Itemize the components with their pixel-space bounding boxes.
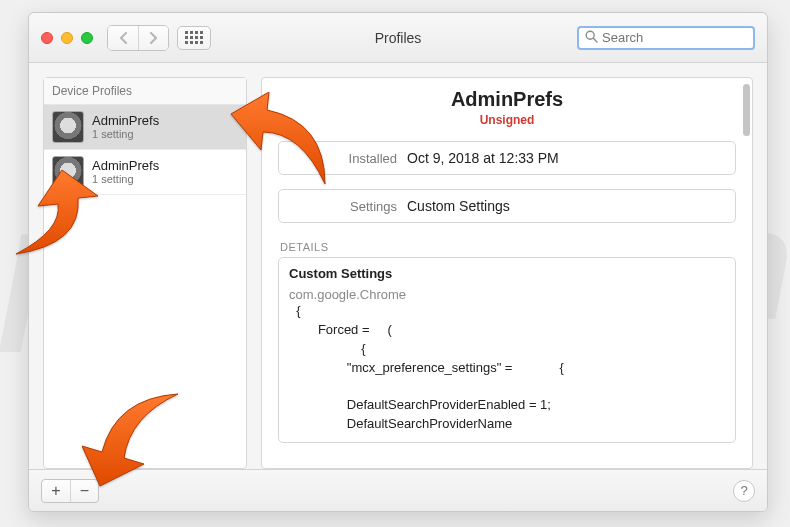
details-body: { Forced = ( { "mcx_preference_settings"… bbox=[289, 302, 725, 434]
profile-name: AdminPrefs bbox=[92, 159, 159, 173]
details-section-label: DETAILS bbox=[280, 241, 736, 253]
grid-icon bbox=[185, 31, 203, 44]
titlebar: Profiles bbox=[29, 13, 767, 63]
info-value: Oct 9, 2018 at 12:33 PM bbox=[407, 150, 559, 166]
detail-status: Unsigned bbox=[278, 113, 736, 127]
profile-subtitle: 1 setting bbox=[92, 173, 159, 185]
add-button[interactable]: + bbox=[42, 480, 70, 502]
info-row-settings: Settings Custom Settings bbox=[278, 189, 736, 223]
sidebar-header: Device Profiles bbox=[44, 78, 246, 105]
footer-bar: + − ? bbox=[29, 469, 767, 511]
details-domain: com.google.Chrome bbox=[289, 287, 406, 302]
profile-name: AdminPrefs bbox=[92, 114, 159, 128]
detail-title: AdminPrefs bbox=[278, 88, 736, 111]
nav-buttons bbox=[107, 25, 169, 51]
search-icon bbox=[585, 30, 598, 46]
profile-item[interactable]: AdminPrefs 1 setting bbox=[44, 150, 246, 195]
info-row-installed: Installed Oct 9, 2018 at 12:33 PM bbox=[278, 141, 736, 175]
scrollbar[interactable] bbox=[743, 84, 750, 136]
help-button[interactable]: ? bbox=[733, 480, 755, 502]
add-remove-group: + − bbox=[41, 479, 99, 503]
preferences-window: Profiles Device Profiles AdminPrefs 1 se… bbox=[28, 12, 768, 512]
profile-subtitle: 1 setting bbox=[92, 128, 159, 140]
back-button[interactable] bbox=[108, 26, 138, 50]
svg-line-1 bbox=[593, 38, 597, 42]
forward-button[interactable] bbox=[138, 26, 168, 50]
profile-icon bbox=[52, 111, 84, 143]
details-title: Custom Settings bbox=[289, 266, 725, 281]
search-input[interactable] bbox=[602, 30, 770, 45]
profile-icon bbox=[52, 156, 84, 188]
details-box: Custom Settings com.google.Chrome { Forc… bbox=[278, 257, 736, 443]
content-area: Device Profiles AdminPrefs 1 setting Adm… bbox=[29, 63, 767, 469]
remove-button[interactable]: − bbox=[70, 480, 98, 502]
info-label: Settings bbox=[289, 199, 407, 214]
profile-details-pane: AdminPrefs Unsigned Installed Oct 9, 201… bbox=[261, 77, 753, 469]
info-value: Custom Settings bbox=[407, 198, 510, 214]
window-controls bbox=[41, 32, 93, 44]
info-label: Installed bbox=[289, 151, 407, 166]
search-field[interactable] bbox=[577, 26, 755, 50]
close-button[interactable] bbox=[41, 32, 53, 44]
show-all-button[interactable] bbox=[177, 26, 211, 50]
profile-item[interactable]: AdminPrefs 1 setting bbox=[44, 105, 246, 150]
profiles-sidebar: Device Profiles AdminPrefs 1 setting Adm… bbox=[43, 77, 247, 469]
minimize-button[interactable] bbox=[61, 32, 73, 44]
maximize-button[interactable] bbox=[81, 32, 93, 44]
